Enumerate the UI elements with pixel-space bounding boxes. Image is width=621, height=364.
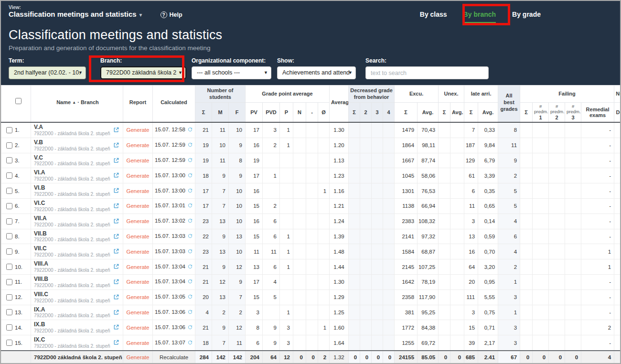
tab-by-branch[interactable]: By branch [463,11,496,23]
col-header-calculated[interactable]: Calculated [153,86,195,122]
generate-link[interactable]: Generate [127,294,150,300]
generate-link[interactable]: Generate [127,142,150,148]
refresh-icon[interactable] [187,324,193,331]
generate-link[interactable]: Generate [127,279,150,285]
col-header-students-male[interactable]: M [212,103,229,122]
col-header-pvd[interactable]: PVD [263,103,280,122]
row-checkbox[interactable] [6,157,12,163]
col-header-failing-1-subject[interactable]: # predm.1 [533,103,549,122]
external-link-icon[interactable] [113,187,119,194]
row-checkbox[interactable] [6,127,12,133]
generate-link[interactable]: Generate [127,249,150,255]
col-header-students-female[interactable]: F [229,103,246,122]
col-header-n[interactable]: N [293,103,306,122]
row-checkbox[interactable] [6,279,12,285]
show-select[interactable]: Achievements and attend ▼ [277,66,356,79]
col-header-remedial-exams[interactable]: Remedial exams [581,103,614,122]
external-link-icon[interactable] [113,203,119,210]
row-checkbox[interactable] [6,203,12,209]
col-header-unexcused-sum[interactable]: Σ [439,103,450,122]
col-header-behavior-sum[interactable]: Σ [349,103,360,122]
search-input[interactable] [365,66,489,79]
refresh-icon[interactable] [187,264,193,270]
branch-select[interactable]: 7922D00 základná škola 2 ▼ [100,66,186,79]
refresh-icon[interactable] [187,309,193,316]
row-checkbox[interactable] [6,264,12,270]
col-header-all-best-grades[interactable]: All best grades [498,86,520,122]
external-link-icon[interactable] [113,233,119,240]
generate-all-link[interactable]: Generate [127,354,150,360]
row-checkbox[interactable] [6,324,12,331]
row-checkbox[interactable] [6,142,12,149]
col-header-late-sum[interactable]: Σ [464,103,478,122]
refresh-icon[interactable] [187,233,193,240]
col-header-students-sum[interactable]: Σ [195,103,212,122]
generate-link[interactable]: Generate [127,264,150,270]
col-header-p[interactable]: P [280,103,293,122]
generate-link[interactable]: Generate [127,234,150,239]
generate-link[interactable]: Generate [127,158,150,163]
refresh-icon[interactable] [187,157,193,164]
col-header-failing-3-subjects[interactable]: # predm.3 [565,103,581,122]
col-header-dash[interactable]: - [306,103,318,122]
col-header-late-avg[interactable]: Avg. [478,103,498,122]
refresh-icon[interactable] [187,218,193,225]
external-link-icon[interactable] [113,294,119,301]
refresh-icon[interactable] [187,340,193,346]
col-header-average[interactable]: Average [330,86,349,122]
col-header-failing-sum[interactable]: Σ [520,103,533,122]
row-checkbox[interactable] [6,248,12,255]
col-header-excused-sum[interactable]: Σ [395,103,418,122]
generate-link[interactable]: Generate [127,325,150,331]
external-link-icon[interactable] [113,309,119,316]
row-checkbox[interactable] [6,294,12,300]
generate-link[interactable]: Generate [127,218,150,224]
col-header-behavior-2[interactable]: 2 [360,103,372,122]
generate-link[interactable]: Generate [127,310,150,315]
row-checkbox[interactable] [6,340,12,346]
refresh-icon[interactable] [187,127,193,133]
col-header-excused-avg[interactable]: Avg. [418,103,439,122]
generate-link[interactable]: Generate [127,127,150,133]
col-header-behavior-3[interactable]: 3 [372,103,383,122]
external-link-icon[interactable] [113,278,119,286]
external-link-icon[interactable] [113,127,119,134]
col-header-unexcused-avg[interactable]: Avg. [450,103,464,122]
generate-link[interactable]: Generate [127,203,150,209]
generate-link[interactable]: Generate [127,340,150,346]
external-link-icon[interactable] [113,172,119,179]
recalculate-link[interactable]: Recalculate [160,354,188,360]
help-button[interactable]: ? Help [161,11,182,18]
refresh-icon[interactable] [187,203,193,209]
select-all-checkbox[interactable] [15,98,21,104]
row-checkbox[interactable] [6,233,12,239]
col-header-pv[interactable]: PV [246,103,263,122]
term-select[interactable]: 2nd halfyear (02.02. - 10. ▼ [9,66,86,79]
refresh-icon[interactable] [187,188,193,194]
refresh-icon[interactable] [187,248,193,255]
external-link-icon[interactable] [113,142,119,149]
generate-link[interactable]: Generate [127,173,150,179]
external-link-icon[interactable] [113,218,119,225]
row-checkbox[interactable] [6,309,12,315]
external-link-icon[interactable] [113,263,119,270]
org-component-select[interactable]: --- all schools --- ▼ [192,66,271,79]
refresh-icon[interactable] [187,294,193,300]
col-header-name-branch[interactable]: Name ▲ · Branch [31,86,123,122]
view-switcher[interactable]: View: Classification meetings and statis… [9,5,143,18]
row-checkbox[interactable] [6,218,12,225]
refresh-icon[interactable] [187,142,193,149]
col-header-phi[interactable]: Ø [318,103,330,122]
row-checkbox[interactable] [6,172,12,179]
external-link-icon[interactable] [113,324,119,331]
external-link-icon[interactable] [113,248,119,255]
row-checkbox[interactable] [6,188,12,194]
tab-by-class[interactable]: By class [420,11,447,23]
external-link-icon[interactable] [113,339,119,346]
refresh-icon[interactable] [187,172,193,179]
col-header-behavior-4[interactable]: 4 [383,103,395,122]
col-header-failing-2-subjects[interactable]: # predm.2 [549,103,565,122]
view-current-value[interactable]: Classification meetings and statistics▼ [9,10,143,18]
generate-link[interactable]: Generate [127,188,150,194]
tab-by-grade[interactable]: By grade [512,11,541,23]
